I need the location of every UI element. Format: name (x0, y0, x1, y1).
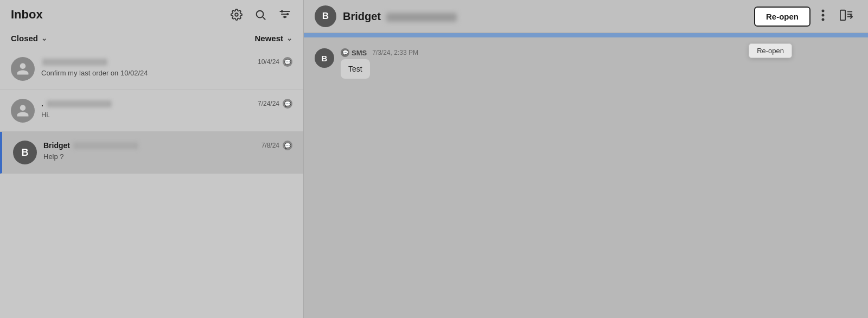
avatar: B (13, 141, 37, 164)
status-bar (304, 33, 868, 37)
inbox-title: Inbox (11, 8, 43, 22)
conv-name: . (41, 99, 112, 109)
list-item[interactable]: 10/4/24 💬 Confirm my last order on 10/02… (0, 48, 303, 90)
gear-icon (231, 9, 242, 21)
filter-button[interactable] (277, 8, 292, 22)
search-icon (254, 9, 266, 21)
status-filter[interactable]: Closed ⌄ (11, 34, 47, 43)
svg-point-0 (235, 13, 238, 16)
left-panel: Inbox (0, 0, 304, 318)
avatar (11, 99, 35, 123)
message-channel: 💬 SMS (341, 48, 367, 57)
ellipsis-vertical-icon (821, 9, 825, 21)
conv-content: . 7/24/24 💬 Hi. (41, 99, 292, 119)
sms-icon: 💬 (283, 99, 292, 109)
right-panel: B Bridget Re-open Re-open (304, 0, 868, 318)
reopen-button[interactable]: Re-open (754, 7, 810, 27)
search-button[interactable] (253, 8, 267, 22)
svg-point-11 (822, 18, 825, 21)
conv-content: 10/4/24 💬 Confirm my last order on 10/02… (41, 57, 292, 77)
conv-name: Bridget (43, 141, 138, 150)
avatar (11, 57, 35, 81)
blurred-name (42, 59, 107, 66)
filter-icon (278, 9, 291, 21)
message-bubble: Test (341, 59, 370, 79)
conv-meta: 7/8/24 💬 (261, 141, 292, 150)
sort-filter[interactable]: Newest ⌄ (254, 34, 292, 43)
list-item[interactable]: . 7/24/24 💬 Hi. (0, 90, 303, 132)
svg-rect-12 (840, 10, 845, 20)
conv-meta: 7/24/24 💬 (258, 99, 292, 109)
conv-meta: 10/4/24 💬 (258, 57, 292, 67)
sms-icon: 💬 (283, 57, 292, 67)
message-timestamp: 7/3/24, 2:33 PM (372, 49, 418, 56)
svg-point-8 (284, 16, 286, 18)
conv-preview: Hi. (41, 111, 292, 119)
more-options-button[interactable] (817, 7, 829, 26)
blurred-contact-name (386, 13, 457, 22)
gear-button[interactable] (229, 8, 244, 22)
chevron-down-icon: ⌄ (286, 34, 292, 42)
right-header: B Bridget Re-open (304, 0, 868, 33)
svg-point-7 (286, 13, 289, 15)
layout-button[interactable] (835, 7, 857, 26)
svg-point-9 (822, 9, 825, 12)
channel-label: SMS (352, 49, 367, 57)
header-icons (229, 8, 292, 22)
contact-name-area: Bridget (343, 10, 457, 23)
status-filter-label: Closed (11, 34, 38, 43)
svg-line-2 (263, 17, 265, 20)
conv-date: 7/24/24 (258, 100, 279, 107)
list-item[interactable]: B Bridget 7/8/24 💬 Help ? (0, 132, 303, 174)
sort-filter-label: Newest (254, 34, 283, 43)
conv-preview: Confirm my last order on 10/02/24 (41, 69, 292, 77)
conv-top: 10/4/24 💬 (41, 57, 292, 67)
contact-name: Bridget (343, 10, 381, 22)
reopen-tooltip[interactable]: Re-open (749, 43, 792, 58)
svg-point-10 (822, 14, 825, 16)
filter-bar: Closed ⌄ Newest ⌄ (0, 29, 303, 48)
conv-preview: Help ? (43, 152, 292, 161)
conv-content: Bridget 7/8/24 💬 Help ? (43, 141, 292, 161)
conversation-list: 10/4/24 💬 Confirm my last order on 10/02… (0, 48, 303, 318)
blurred-name (47, 100, 112, 107)
left-header: Inbox (0, 0, 303, 29)
message-avatar: B (315, 48, 334, 68)
conv-name (41, 57, 107, 67)
svg-point-1 (257, 11, 264, 18)
avatar: B (315, 5, 336, 27)
conv-date: 10/4/24 (258, 58, 279, 66)
svg-point-6 (281, 10, 283, 12)
conv-top: . 7/24/24 💬 (41, 99, 292, 109)
panel-layout-icon (840, 9, 853, 21)
message-text: Test (348, 65, 362, 73)
sms-channel-icon: 💬 (341, 48, 349, 57)
message-content: B 💬 SMS 7/3/24, 2:33 PM Test (304, 37, 868, 318)
sms-icon: 💬 (283, 141, 292, 150)
conv-date: 7/8/24 (261, 142, 279, 149)
conv-top: Bridget 7/8/24 💬 (43, 141, 292, 150)
chevron-down-icon: ⌄ (41, 34, 47, 42)
conv-name-text: Bridget (43, 141, 70, 150)
blurred-name (73, 142, 138, 149)
